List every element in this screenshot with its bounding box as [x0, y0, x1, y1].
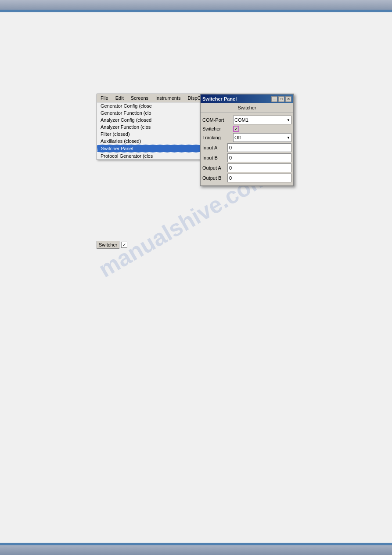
- maximize-button[interactable]: □: [278, 96, 284, 102]
- bottom-bar: [0, 543, 392, 555]
- output-a-row: Output A: [202, 163, 291, 172]
- tracking-dropdown-arrow: ▼: [287, 136, 290, 140]
- comport-label: COM-Port: [202, 117, 233, 123]
- tracking-value: Off: [234, 135, 241, 140]
- input-b-label: Input B: [202, 155, 227, 160]
- input-b-row: Input B: [202, 153, 291, 162]
- switcher-panel-window: Switcher Panel ─ □ ✕ Switcher COM-Port C…: [200, 94, 294, 186]
- input-b-field[interactable]: [227, 153, 291, 162]
- input-a-row: Input A: [202, 143, 291, 152]
- output-a-field[interactable]: [227, 163, 291, 172]
- dropdown-item-filter[interactable]: Filter (closed): [97, 131, 215, 138]
- dropdown-menu: File Edit Screens Instruments DispConfig…: [97, 94, 215, 160]
- bottom-switcher-widget: Switcher: [97, 241, 127, 249]
- tracking-select[interactable]: Off ▼: [233, 133, 291, 142]
- comport-select[interactable]: COM1 ▼: [233, 116, 291, 124]
- output-b-row: Output B: [202, 174, 291, 182]
- panel-title: Switcher Panel: [202, 96, 237, 102]
- switcher-checkbox-area: [233, 126, 239, 132]
- bottom-switcher-checkbox[interactable]: [121, 242, 127, 248]
- panel-body: COM-Port COM1 ▼ Switcher Tracking Off ▼: [201, 112, 293, 185]
- dropdown-item-generator-function[interactable]: Generator Function (clo: [97, 109, 215, 116]
- top-bar: [0, 0, 392, 12]
- menu-item-instruments[interactable]: Instruments: [154, 95, 182, 101]
- menu-area: File Edit Screens Instruments DispConfig…: [97, 94, 215, 160]
- bottom-bar-blue-stripe: [0, 543, 392, 545]
- minimize-button[interactable]: ─: [271, 96, 277, 102]
- main-content: File Edit Screens Instruments DispConfig…: [0, 12, 392, 543]
- switcher-label: Switcher: [202, 126, 233, 131]
- menu-item-screens[interactable]: Screens: [129, 95, 150, 101]
- output-b-field[interactable]: [227, 174, 291, 182]
- input-a-field[interactable]: [227, 143, 291, 152]
- menu-bar: File Edit Screens Instruments DispConfig: [97, 94, 215, 102]
- menu-item-edit[interactable]: Edit: [114, 95, 126, 101]
- panel-subtitle: Switcher: [201, 103, 293, 112]
- comport-dropdown-arrow: ▼: [287, 118, 290, 122]
- tracking-row: Tracking Off ▼: [202, 133, 291, 142]
- panel-titlebar: Switcher Panel ─ □ ✕: [201, 94, 293, 103]
- menu-item-file[interactable]: File: [99, 95, 110, 101]
- dropdown-item-analyzer-function[interactable]: Analyzer Function (clos: [97, 123, 215, 131]
- bottom-switcher-label: Switcher: [97, 241, 119, 249]
- dropdown-item-generator-config[interactable]: Generator Config (close: [97, 102, 215, 109]
- dropdown-item-auxiliaries[interactable]: Auxiliaries (closed): [97, 138, 215, 145]
- comport-row: COM-Port COM1 ▼: [202, 116, 291, 124]
- comport-value: COM1: [234, 117, 248, 123]
- close-button[interactable]: ✕: [285, 96, 291, 102]
- switcher-checkbox[interactable]: [233, 126, 239, 132]
- panel-controls: ─ □ ✕: [271, 96, 291, 102]
- dropdown-item-protocol-generator[interactable]: Protocol Generator (clos: [97, 152, 215, 160]
- input-a-label: Input A: [202, 145, 227, 150]
- output-a-label: Output A: [202, 165, 227, 170]
- dropdown-item-analyzer-config[interactable]: Analyzer Config (closed: [97, 116, 215, 123]
- output-b-label: Output B: [202, 175, 227, 181]
- switcher-row: Switcher: [202, 126, 291, 132]
- dropdown-item-switcher-panel[interactable]: Switcher Panel: [97, 145, 215, 152]
- tracking-label: Tracking: [202, 135, 233, 140]
